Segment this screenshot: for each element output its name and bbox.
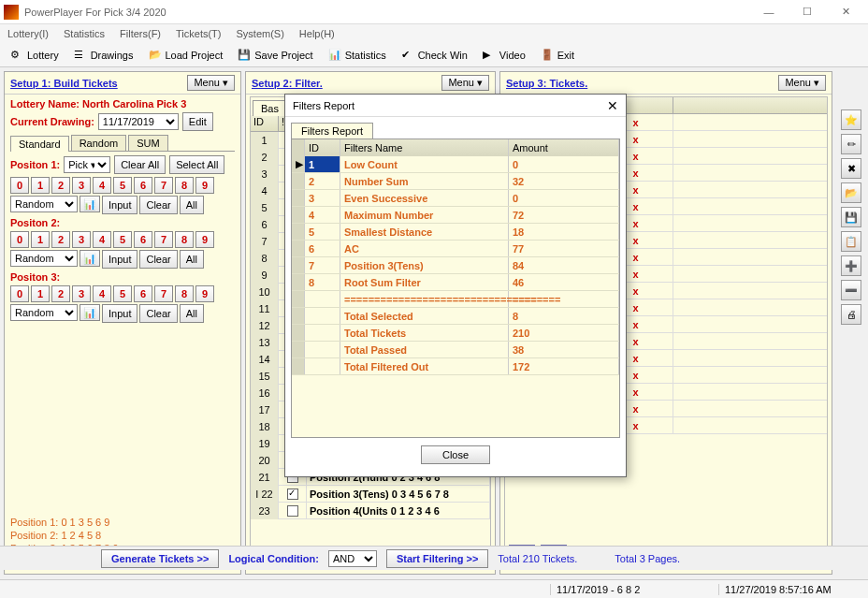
pos2-chart-icon[interactable]: 📊	[80, 250, 100, 267]
pos3-digit-5[interactable]: 5	[113, 285, 132, 302]
start-filtering-button[interactable]: Start Filtering >>	[386, 549, 488, 568]
pos3-digit-9[interactable]: 9	[195, 285, 214, 302]
report-row-5[interactable]: 6 AC 77	[292, 241, 619, 257]
select-all-button[interactable]: Select All	[169, 155, 224, 174]
filter-row-23[interactable]: 23Position 4(Units 0 1 2 3 4 6	[251, 503, 490, 519]
pos3-digit-4[interactable]: 4	[93, 285, 111, 302]
pos2-digit-9[interactable]: 9	[195, 231, 214, 248]
modal-tab[interactable]: Filters Report	[291, 123, 373, 139]
panel2-menu-button[interactable]: Menu ▾	[441, 75, 489, 91]
menu-statistics[interactable]: Statistics	[64, 28, 105, 39]
tab-sum[interactable]: SUM	[128, 135, 167, 151]
toolbar-statistics[interactable]: 📊Statistics	[322, 46, 393, 65]
pos3-clear-button[interactable]: Clear	[139, 304, 177, 323]
pos2-digit-8[interactable]: 8	[175, 231, 194, 248]
report-row-7[interactable]: 8 Root Sum Filter 46	[292, 274, 619, 291]
drawing-date-combo[interactable]: 11/17/2019	[98, 113, 179, 130]
pos2-digit-6[interactable]: 6	[134, 231, 152, 248]
menu-filters[interactable]: Filters(F)	[120, 28, 161, 39]
pos2-action-combo[interactable]: Random	[10, 250, 78, 267]
pos2-digit-2[interactable]: 2	[51, 231, 70, 248]
tab-standard[interactable]: Standard	[10, 136, 69, 152]
delete-tool-button[interactable]: ✖	[841, 158, 861, 179]
maximize-button[interactable]: ☐	[788, 2, 826, 22]
report-row-1[interactable]: 2 Number Sum 32	[292, 173, 619, 190]
pos2-input-button[interactable]: Input	[102, 250, 137, 269]
pos2-digit-4[interactable]: 4	[93, 231, 111, 248]
filter-row-22[interactable]: I 22Position 3(Tens) 0 3 4 5 6 7 8	[251, 486, 490, 503]
toolbar-save-project[interactable]: 💾Save Project	[231, 46, 319, 65]
pos2-digit-7[interactable]: 7	[154, 231, 173, 248]
pos1-digit-3[interactable]: 3	[72, 177, 91, 194]
pos1-digit-6[interactable]: 6	[134, 177, 152, 194]
report-row-0[interactable]: ▶ 1 Low Count 0	[292, 156, 619, 173]
plus-tool-button[interactable]: ➕	[841, 255, 861, 276]
pos1-input-button[interactable]: Input	[102, 196, 137, 214]
pos3-digit-6[interactable]: 6	[134, 285, 152, 302]
report-row-11[interactable]: Total Passed 38	[292, 342, 619, 358]
pos3-digit-7[interactable]: 7	[154, 285, 173, 302]
eraser-tool-button[interactable]: ✏	[841, 134, 861, 154]
modal-close-button[interactable]: Close	[421, 445, 490, 464]
filter-tab-basic[interactable]: Bas	[253, 100, 287, 116]
toolbar-load-project[interactable]: 📂Load Project	[142, 46, 230, 65]
star-tool-button[interactable]: ⭐	[841, 109, 861, 130]
pos3-chart-icon[interactable]: 📊	[80, 304, 100, 321]
pos2-digit-1[interactable]: 1	[31, 231, 50, 248]
logical-condition-combo[interactable]: AND	[328, 550, 377, 567]
report-row-12[interactable]: Total Filtered Out 172	[292, 358, 619, 375]
minimize-button[interactable]: —	[750, 2, 788, 22]
generate-tickets-button[interactable]: Generate Tickets >>	[101, 549, 219, 568]
open-tool-button[interactable]: 📂	[841, 182, 861, 203]
position-1-mode[interactable]: Pick ▾	[64, 156, 110, 173]
pos1-clear-button[interactable]: Clear	[139, 196, 177, 214]
menu-system[interactable]: System(S)	[237, 28, 284, 39]
print-tool-button[interactable]: 🖨	[841, 304, 861, 325]
report-row-9[interactable]: Total Selected 8	[292, 308, 619, 325]
pos3-digit-8[interactable]: 8	[175, 285, 194, 302]
pos2-clear-button[interactable]: Clear	[139, 250, 177, 269]
pos1-digit-8[interactable]: 8	[175, 177, 194, 194]
pos3-digit-2[interactable]: 2	[51, 285, 70, 302]
pos1-digit-2[interactable]: 2	[51, 177, 70, 194]
filter-22-checkbox[interactable]	[287, 489, 298, 500]
pos3-all-button[interactable]: All	[180, 304, 204, 323]
edit-button[interactable]: Edit	[182, 112, 213, 131]
menu-lottery[interactable]: Lottery(I)	[7, 28, 49, 39]
toolbar-lottery[interactable]: ⚙Lottery	[4, 46, 65, 65]
report-row-2[interactable]: 3 Even Successive 0	[292, 190, 619, 207]
pos2-digit-3[interactable]: 3	[72, 231, 91, 248]
report-row-6[interactable]: 7 Position 3(Tens) 84	[292, 257, 619, 274]
pos3-digit-3[interactable]: 3	[72, 285, 91, 302]
pos1-digit-7[interactable]: 7	[154, 177, 173, 194]
pos3-digit-1[interactable]: 1	[31, 285, 50, 302]
pos3-action-combo[interactable]: Random	[10, 304, 78, 321]
pos1-all-button[interactable]: All	[180, 196, 204, 214]
menu-help[interactable]: Help(H)	[299, 28, 335, 39]
pos1-chart-icon[interactable]: 📊	[80, 196, 100, 212]
pos2-digit-5[interactable]: 5	[113, 231, 132, 248]
pos2-all-button[interactable]: All	[180, 250, 204, 269]
menu-tickets[interactable]: Tickets(T)	[176, 28, 221, 39]
minus-tool-button[interactable]: ➖	[841, 280, 861, 300]
toolbar-video[interactable]: ▶Video	[476, 46, 532, 65]
tab-random[interactable]: Random	[71, 135, 127, 151]
report-row-4[interactable]: 5 Smallest Distance 18	[292, 224, 619, 241]
pos1-digit-0[interactable]: 0	[10, 177, 29, 194]
copy-tool-button[interactable]: 📋	[841, 231, 861, 252]
toolbar-drawings[interactable]: ☰Drawings	[67, 46, 140, 65]
pos3-digit-0[interactable]: 0	[10, 285, 29, 302]
toolbar-check-win[interactable]: ✔Check Win	[395, 46, 474, 65]
filter-23-checkbox[interactable]	[287, 505, 298, 517]
pos1-digit-4[interactable]: 4	[93, 177, 111, 194]
pos1-digit-1[interactable]: 1	[31, 177, 50, 194]
clear-all-button[interactable]: Clear All	[114, 155, 166, 174]
pos2-digit-0[interactable]: 0	[10, 231, 29, 248]
panel3-menu-button[interactable]: Menu ▾	[778, 75, 826, 91]
save-tool-button[interactable]: 💾	[841, 207, 861, 227]
pos1-digit-9[interactable]: 9	[195, 177, 214, 194]
report-row-8[interactable]: ================================ =======…	[292, 291, 619, 308]
pos3-input-button[interactable]: Input	[102, 304, 137, 323]
pos1-digit-5[interactable]: 5	[113, 177, 132, 194]
report-row-10[interactable]: Total Tickets 210	[292, 325, 619, 342]
